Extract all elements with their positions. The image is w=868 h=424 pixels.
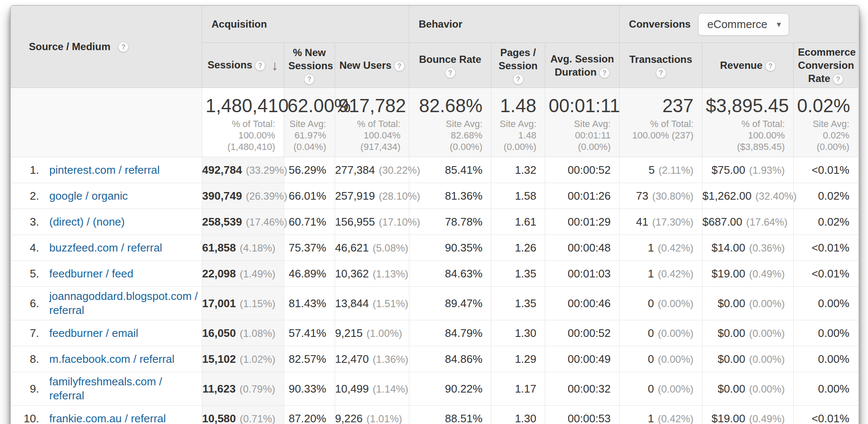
sort-descending-icon[interactable]: ↓ (271, 58, 278, 73)
cell-new-users: 277,384(30.22%) (335, 157, 409, 183)
totals-revenue-cell: $3,895.45 % of Total: 100.00% ($3,895.45… (702, 88, 794, 157)
cell-bounce-rate-value: 81.36% (445, 189, 482, 202)
help-icon[interactable]: ? (833, 74, 843, 85)
cell-ecommerce-conversion-rate-value: <0.01% (812, 164, 849, 176)
source-medium-link[interactable]: frankie.com.au / referral (49, 412, 166, 424)
column-header-transactions[interactable]: Transactions? (620, 43, 702, 88)
cell-pct-new-sessions: 60.71% (284, 209, 335, 235)
ecommerce-dropdown-value: eCommerce (707, 18, 767, 31)
cell-pages-session: 1.30 (491, 320, 545, 346)
ecommerce-dropdown[interactable]: eCommerce ▾ (698, 13, 789, 36)
totals-transactions-subtext: % of Total: 100.00% (237) (623, 118, 693, 141)
table-row: 6.joannagoddard.blogspot.com / referral1… (11, 287, 858, 320)
help-icon[interactable]: ? (255, 60, 265, 71)
cell-revenue-percent: (32.40%) (755, 190, 797, 202)
cell-ecommerce-conversion-rate-value: 0.00% (818, 297, 849, 310)
cell-bounce-rate: 84.79% (409, 320, 491, 346)
cell-pages-session-value: 1.61 (515, 215, 536, 228)
cell-transactions-value: 0 (648, 297, 654, 310)
cell-revenue-value: $19.00 (711, 412, 745, 424)
row-rank: 2. (11, 189, 39, 203)
cell-transactions: 0(0.00%) (620, 346, 702, 372)
cell-transactions-percent: (0.42%) (658, 242, 693, 254)
table-row: 4.buzzfeed.com / referral61,858(4.18%)75… (11, 235, 858, 261)
help-icon[interactable]: ? (656, 68, 666, 78)
source-medium-link[interactable]: familyfreshmeals.com / referral (49, 375, 198, 403)
cell-sessions: 390,749(26.39%) (202, 183, 284, 209)
cell-transactions-value: 1 (648, 267, 654, 280)
totals-avg-duration-subtext: Site Avg: 00:01:11 (0.00%) (549, 118, 611, 153)
cell-sessions: 492,784(33.29%) (202, 157, 284, 183)
totals-avg-duration-value: 00:01:11 (549, 95, 611, 117)
cell-new-users-percent: (1.01%) (366, 413, 402, 424)
cell-revenue: $0.00(0.00%) (702, 346, 794, 372)
cell-ecommerce-conversion-rate: 0.02% (794, 209, 858, 235)
cell-transactions-value: 41 (636, 215, 648, 228)
help-icon[interactable]: ? (765, 61, 776, 71)
source-medium-link[interactable]: feedburner / email (49, 326, 138, 340)
cell-pages-session-value: 1.32 (515, 164, 536, 176)
cell-pages-session-value: 1.35 (515, 297, 536, 310)
column-header-pages-session[interactable]: Pages / Session? (491, 43, 545, 88)
help-icon[interactable]: ? (445, 68, 456, 78)
cell-sessions-value: 17,001 (202, 297, 236, 310)
cell-pct-new-sessions-value: 57.41% (289, 327, 326, 339)
section-behavior: Behavior (409, 6, 620, 43)
source-medium-link[interactable]: m.facebook.com / referral (49, 352, 175, 366)
totals-ecom-rate-subtext: Site Avg: 0.02% (0.00%) (797, 118, 849, 153)
column-header-sessions[interactable]: Sessions?↓ (202, 43, 284, 88)
cell-new-users: 9,215(1.00%) (335, 320, 409, 346)
cell-pages-session: 1.17 (491, 372, 545, 406)
cell-transactions-percent: (0.00%) (658, 328, 693, 339)
source-medium-link[interactable]: (direct) / (none) (49, 215, 125, 229)
cell-transactions-value: 0 (648, 382, 654, 395)
table-row: 2.google / organic390,749(26.39%)66.01%2… (11, 183, 858, 209)
cell-revenue-value: $75.00 (711, 164, 745, 176)
column-header-ecommerce-conversion-rate[interactable]: Ecommerce Conversion Rate? (794, 43, 858, 88)
cell-source-medium: 10.frankie.com.au / referral (11, 406, 202, 424)
cell-bounce-rate: 89.47% (409, 287, 491, 320)
cell-pages-session-value: 1.35 (515, 267, 536, 280)
cell-avg-session-duration: 00:00:49 (545, 346, 620, 372)
source-medium-link[interactable]: pinterest.com / referral (49, 163, 160, 177)
help-icon[interactable]: ? (304, 74, 315, 85)
cell-new-users-value: 9,215 (335, 327, 363, 339)
cell-new-users-value: 10,499 (335, 382, 369, 395)
cell-revenue: $0.00(0.00%) (702, 372, 794, 406)
cell-revenue-value: $0.00 (718, 327, 745, 339)
cell-revenue-value: $0.00 (718, 382, 745, 395)
cell-new-users: 9,226(1.01%) (335, 406, 409, 424)
column-header-revenue[interactable]: Revenue? (702, 43, 794, 88)
cell-pages-session: 1.29 (491, 346, 545, 372)
help-icon[interactable]: ? (513, 74, 524, 85)
cell-sessions-value: 16,050 (202, 327, 236, 339)
help-icon[interactable]: ? (118, 42, 129, 52)
cell-transactions: 0(0.00%) (620, 372, 702, 406)
cell-bounce-rate-value: 90.35% (445, 241, 482, 254)
source-medium-link[interactable]: feedburner / feed (49, 267, 133, 281)
cell-revenue-percent: (0.36%) (749, 242, 785, 254)
totals-bounce-rate-subtext: Site Avg: 82.68% (0.00%) (413, 118, 482, 153)
column-header-bounce-rate[interactable]: Bounce Rate? (409, 43, 491, 88)
cell-pct-new-sessions-value: 87.20% (289, 412, 326, 424)
cell-pct-new-sessions-value: 46.89% (289, 267, 326, 280)
source-medium-link[interactable]: google / organic (49, 189, 128, 203)
help-icon[interactable]: ? (599, 68, 610, 78)
cell-bounce-rate-value: 89.47% (445, 297, 482, 310)
source-medium-link[interactable]: buzzfeed.com / referral (49, 241, 162, 255)
totals-pages-session-value: 1.48 (495, 95, 536, 117)
table-row: 7.feedburner / email16,050(1.08%)57.41%9… (11, 320, 858, 346)
source-medium-link[interactable]: joannagoddard.blogspot.com / referral (49, 289, 198, 317)
section-acquisition: Acquisition (202, 6, 409, 43)
cell-avg-session-duration: 00:00:46 (545, 287, 620, 320)
cell-revenue: $1,262.00(32.40%) (702, 183, 794, 209)
cell-avg-session-duration-value: 00:00:52 (568, 164, 611, 176)
column-header-new-users[interactable]: New Users? (335, 43, 409, 88)
column-header-source-medium[interactable]: Source / Medium? (11, 6, 202, 88)
column-header-pct-new-sessions[interactable]: % New Sessions? (284, 43, 335, 88)
column-header-avg-session-duration[interactable]: Avg. Session Duration? (545, 43, 620, 88)
cell-bounce-rate-value: 84.86% (445, 353, 482, 365)
cell-pages-session: 1.30 (491, 406, 545, 424)
cell-transactions-percent: (0.42%) (658, 268, 693, 280)
help-icon[interactable]: ? (394, 61, 405, 71)
